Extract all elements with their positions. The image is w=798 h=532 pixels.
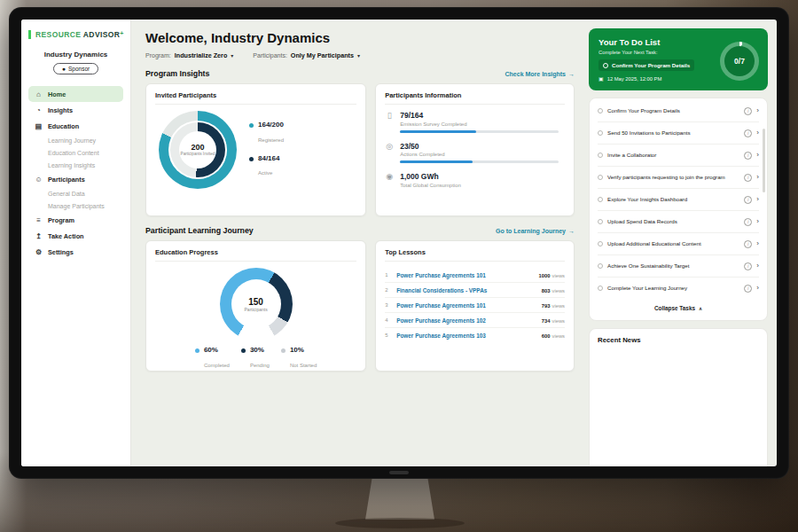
lesson-row[interactable]: 3 Power Purchase Agreements 101 793views	[385, 298, 565, 313]
sidebar-item-insights[interactable]: ◔ Insights	[28, 102, 123, 118]
chevron-right-icon[interactable]: ›	[756, 262, 759, 270]
lesson-row[interactable]: 5 Power Purchase Agreements 103 600views	[385, 328, 565, 342]
participants-icon: ☺	[35, 176, 43, 184]
next-task-label: Confirm Your Program Details	[612, 62, 690, 68]
task-row[interactable]: Verify participants requesting to join t…	[598, 167, 759, 189]
gauge-center: 150 Participants	[231, 279, 281, 329]
task-label: Verify participants requesting to join t…	[607, 174, 739, 181]
sidebar-nav: ⌂ Home ◔ Insights ▤ Education Learning J…	[28, 86, 123, 260]
task-row[interactable]: Confirm Your Program Details i ›	[598, 100, 759, 122]
actions-progress-bar	[400, 160, 558, 163]
donut-center-value: 200	[191, 143, 204, 152]
lesson-rank: 5	[385, 332, 391, 338]
task-row[interactable]: Achieve One Sustainability Target i ›	[598, 255, 759, 278]
actions-completed-row: ◎ 23/50 Actions Completed	[385, 142, 565, 164]
task-row[interactable]: Upload Spend Data Records i ›	[598, 211, 759, 233]
todo-panel: Your To Do List Complete Your Next Task:…	[585, 20, 777, 466]
sidebar-item-general-data[interactable]: General Data	[28, 187, 123, 200]
info-icon[interactable]: i	[744, 152, 752, 160]
task-row[interactable]: Complete Your Learning Journey i ›	[598, 278, 759, 299]
go-to-learning-journey-link[interactable]: Go to Learning Journey →	[496, 228, 575, 234]
task-checkbox[interactable]	[598, 263, 603, 269]
legend-label: Pending	[250, 363, 270, 368]
sidebar-item-participants[interactable]: ☺ Participants	[28, 171, 123, 187]
chevron-right-icon[interactable]: ›	[756, 129, 759, 137]
chevron-right-icon[interactable]: ›	[756, 240, 759, 247]
program-insights-header: Program Insights Check More Insights →	[145, 69, 575, 78]
info-icon[interactable]: i	[744, 262, 752, 270]
sidebar-item-education[interactable]: ▤ Education	[28, 118, 123, 134]
info-icon[interactable]: i	[744, 240, 752, 248]
main-content: Welcome, Industry Dynamics Program: Indu…	[131, 20, 585, 466]
task-checkbox[interactable]	[603, 63, 608, 68]
sponsor-badge[interactable]: ● Sponsor	[53, 63, 98, 74]
legend-label: Not Started	[290, 363, 317, 368]
sidebar-item-take-action[interactable]: ↥ Take Action	[28, 228, 123, 244]
learning-journey-header: Participant Learning Journey Go to Learn…	[145, 226, 575, 235]
task-checkbox[interactable]	[598, 286, 603, 291]
legend-value: 84/164	[258, 155, 279, 163]
task-checkbox[interactable]	[598, 219, 603, 224]
chevron-right-icon[interactable]: ›	[756, 152, 759, 159]
chevron-right-icon[interactable]: ›	[756, 218, 759, 225]
calendar-icon: ▣	[598, 75, 604, 82]
task-checkbox[interactable]	[598, 108, 603, 113]
home-icon: ⌂	[35, 90, 43, 98]
sidebar-item-program[interactable]: ≡ Program	[28, 212, 123, 228]
sidebar-item-education-content[interactable]: Education Content	[28, 146, 123, 159]
info-icon[interactable]: i	[744, 129, 752, 137]
info-icon[interactable]: i	[744, 174, 752, 182]
lesson-row[interactable]: 4 Power Purchase Agreements 102 734views	[385, 313, 565, 328]
task-checkbox[interactable]	[598, 130, 603, 136]
invited-donut-wrap: 200 Participants Invited 164/200Register…	[155, 111, 356, 189]
lesson-link[interactable]: Financial Considerations - VPPAs	[396, 287, 535, 293]
sidebar-item-learning-journey[interactable]: Learning Journey	[28, 134, 123, 146]
task-row[interactable]: Invite a Collaborator i ›	[598, 145, 759, 167]
program-filter-dropdown[interactable]: Program: Industrialize Zero ▾	[145, 51, 233, 59]
sidebar-item-label: Home	[48, 90, 66, 98]
info-icon[interactable]: i	[744, 107, 752, 115]
lesson-link[interactable]: Power Purchase Agreements 102	[396, 317, 535, 324]
dashboard-screen: RESOURCE ADVISOR+ Industry Dynamics ● Sp…	[21, 20, 777, 466]
lesson-link[interactable]: Power Purchase Agreements 101	[396, 272, 531, 278]
legend-item-completed: 60%Completed	[195, 347, 230, 371]
arrow-right-icon: →	[568, 71, 575, 77]
info-icon[interactable]: i	[744, 196, 752, 204]
chevron-down-icon: ▾	[231, 52, 233, 59]
sidebar-item-learning-insights[interactable]: Learning Insights	[28, 159, 123, 171]
lesson-link[interactable]: Power Purchase Agreements 103	[396, 332, 535, 339]
next-task-button[interactable]: Confirm Your Program Details	[598, 59, 694, 71]
info-icon[interactable]: i	[744, 218, 752, 226]
task-row[interactable]: Upload Additional Educational Content i …	[598, 233, 759, 255]
gauge-center-value: 150	[248, 297, 263, 307]
chevron-right-icon[interactable]: ›	[756, 174, 759, 181]
program-filter-label: Program:	[145, 52, 171, 59]
chevron-right-icon[interactable]: ›	[756, 196, 759, 203]
task-checkbox[interactable]	[598, 197, 603, 202]
sidebar-item-settings[interactable]: ⚙ Settings	[28, 244, 123, 260]
lesson-views-value: 734	[542, 318, 551, 324]
lesson-link[interactable]: Power Purchase Agreements 101	[396, 302, 535, 309]
chevron-right-icon[interactable]: ›	[756, 285, 759, 292]
sidebar-item-manage-participants[interactable]: Manage Participants	[28, 200, 123, 212]
chevron-right-icon[interactable]: ›	[756, 107, 759, 114]
link-label: Go to Learning Journey	[496, 228, 566, 234]
task-row[interactable]: Send 50 Invitations to Participants i ›	[598, 122, 759, 145]
sidebar-item-label: Education	[48, 122, 79, 130]
sidebar-item-label: Take Action	[48, 232, 84, 240]
check-more-insights-link[interactable]: Check More Insights →	[505, 71, 575, 77]
participants-filter-dropdown[interactable]: Participants: Only My Participants ▾	[253, 51, 360, 59]
lesson-row[interactable]: 1 Power Purchase Agreements 101 1000view…	[385, 268, 565, 283]
task-checkbox[interactable]	[598, 153, 603, 158]
lesson-row[interactable]: 2 Financial Considerations - VPPAs 803vi…	[385, 283, 565, 298]
task-checkbox[interactable]	[598, 241, 603, 246]
info-icon[interactable]: i	[744, 285, 752, 293]
legend-item-registered: 164/200Registered	[249, 121, 284, 145]
task-checkbox[interactable]	[598, 175, 603, 180]
lesson-rank: 4	[385, 317, 391, 323]
sidebar-item-home[interactable]: ⌂ Home	[28, 86, 123, 102]
task-row[interactable]: Explore Your Insights Dashboard i ›	[598, 189, 759, 211]
tasks-scrollbar[interactable]	[763, 129, 765, 192]
collapse-tasks-button[interactable]: Collapse Tasks ∧	[598, 299, 759, 318]
brand-plus-text: +	[120, 30, 124, 36]
